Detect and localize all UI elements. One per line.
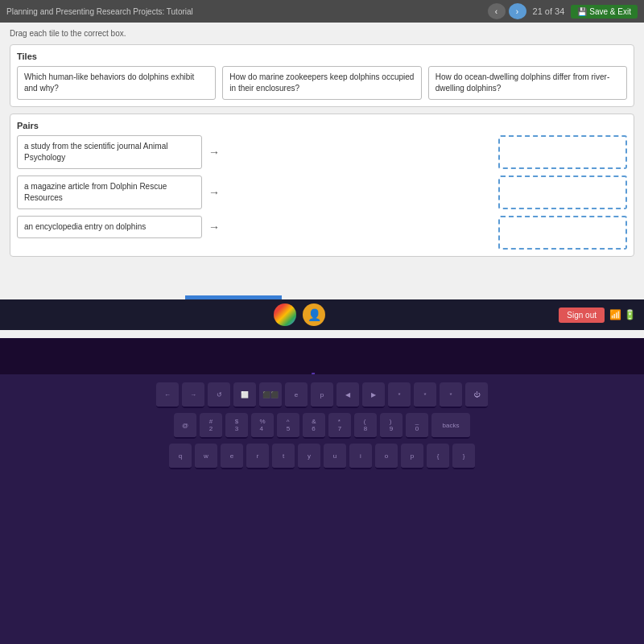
pair-row-3: an encyclopedia entry on dolphins → xyxy=(17,216,489,238)
pair-source-3[interactable]: an encyclopedia entry on dolphins xyxy=(17,216,202,238)
key-bracket-open[interactable]: { xyxy=(427,444,449,469)
drop-target-3[interactable] xyxy=(498,216,627,250)
pair-row-1: a study from the scientific journal Anim… xyxy=(17,135,489,169)
key-f2[interactable]: → xyxy=(182,382,204,408)
arrow-1: → xyxy=(208,146,220,159)
key-row-2: @ #2 $3 %4 ^5 &6 *7 (8 )9 _0 backs xyxy=(6,413,638,439)
profile-icon[interactable]: 👤 xyxy=(303,303,325,326)
tiles-section: Tiles Which human-like behaviors do dolp… xyxy=(10,44,634,107)
key-p[interactable]: p xyxy=(401,444,423,469)
content-area: Drag each tile to the correct box. Tiles… xyxy=(0,23,644,338)
battery-icon: 🔋 xyxy=(624,309,636,320)
key-8[interactable]: )9 xyxy=(380,413,402,439)
key-f9[interactable]: ▶ xyxy=(362,382,385,408)
sign-out-button[interactable]: Sign out xyxy=(559,308,605,323)
drop-target-2[interactable] xyxy=(498,175,627,209)
key-row-3: q w e r t y u i o p { } xyxy=(6,444,638,469)
key-w[interactable]: w xyxy=(195,444,217,469)
save-exit-button[interactable]: 💾 Save & Exit xyxy=(571,5,638,19)
key-tilde[interactable]: @ xyxy=(174,413,196,439)
tile-3[interactable]: How do ocean-dwelling dolphins differ fr… xyxy=(428,66,627,100)
key-f12[interactable]: * xyxy=(440,382,462,408)
tile-2[interactable]: How do marine zookeepers keep dolphins o… xyxy=(222,66,421,100)
pairs-label: Pairs xyxy=(17,121,627,130)
top-bar: Planning and Presenting Research Project… xyxy=(0,0,644,23)
key-q[interactable]: q xyxy=(169,444,192,469)
key-y[interactable]: y xyxy=(298,444,320,469)
taskbar-right: Sign out 📶 🔋 xyxy=(559,308,636,323)
key-6[interactable]: *7 xyxy=(328,413,351,439)
key-f5[interactable]: ⬛⬛ xyxy=(259,382,282,408)
status-icons: 📶 🔋 xyxy=(609,309,636,320)
key-r[interactable]: r xyxy=(246,444,269,469)
key-i[interactable]: i xyxy=(349,444,372,469)
key-f4[interactable]: ⬜ xyxy=(233,382,256,408)
tiles-row: Which human-like behaviors do dolphins e… xyxy=(17,66,627,100)
screen: Planning and Presenting Research Project… xyxy=(0,0,644,338)
key-power[interactable]: ⏻ xyxy=(465,382,488,408)
tile-1[interactable]: Which human-like behaviors do dolphins e… xyxy=(17,66,216,100)
key-o[interactable]: o xyxy=(375,444,398,469)
key-bracket-close[interactable]: } xyxy=(452,444,475,469)
chrome-icon[interactable] xyxy=(274,303,296,326)
key-f8[interactable]: ◀ xyxy=(336,382,359,408)
pairs-right xyxy=(498,135,627,250)
pairs-section: Pairs a study from the scientific journa… xyxy=(10,114,634,257)
key-4[interactable]: ^5 xyxy=(277,413,299,439)
pairs-left: a study from the scientific journal Anim… xyxy=(17,135,489,238)
prev-button[interactable]: ‹ xyxy=(488,3,506,19)
instruction-text: Drag each tile to the correct box. xyxy=(10,29,634,38)
next-button[interactable]: › xyxy=(509,3,526,19)
save-icon: 💾 xyxy=(577,7,587,16)
pair-row-2: a magazine article from Dolphin Rescue R… xyxy=(17,175,489,209)
key-f3[interactable]: ↺ xyxy=(208,382,230,408)
page-count: 21 of 34 xyxy=(533,6,565,16)
key-9[interactable]: _0 xyxy=(406,413,428,439)
pair-source-1[interactable]: a study from the scientific journal Anim… xyxy=(17,135,202,169)
taskbar-center: 👤 xyxy=(274,303,325,326)
key-1[interactable]: #2 xyxy=(200,413,222,439)
key-u[interactable]: u xyxy=(324,444,346,469)
taskbar: 👤 Sign out 📶 🔋 xyxy=(0,299,644,330)
arrow-2: → xyxy=(208,186,220,199)
pair-source-2[interactable]: a magazine article from Dolphin Rescue R… xyxy=(17,175,202,209)
key-row-1: ← → ↺ ⬜ ⬛⬛ e p ◀ ▶ * * * ⏻ xyxy=(6,382,638,408)
key-2[interactable]: $3 xyxy=(225,413,248,439)
pairs-content: a study from the scientific journal Anim… xyxy=(17,135,627,250)
key-esc[interactable]: ← xyxy=(156,382,179,408)
keyboard: ← → ↺ ⬜ ⬛⬛ e p ◀ ▶ * * * ⏻ @ #2 $3 %4 ^5… xyxy=(0,374,644,644)
key-f11[interactable]: * xyxy=(414,382,436,408)
drop-target-1[interactable] xyxy=(498,135,627,169)
arrow-3: → xyxy=(208,221,220,233)
key-backspace[interactable]: backs xyxy=(431,413,470,439)
key-f10[interactable]: * xyxy=(388,382,411,408)
nav-controls: ‹ › 21 of 34 💾 Save & Exit xyxy=(488,3,638,19)
wifi-icon: 📶 xyxy=(609,309,621,320)
key-t[interactable]: t xyxy=(272,444,295,469)
key-5[interactable]: &6 xyxy=(303,413,325,439)
tiles-label: Tiles xyxy=(17,52,627,61)
key-3[interactable]: %4 xyxy=(251,413,274,439)
tutorial-title: Planning and Presenting Research Project… xyxy=(6,7,488,16)
key-e[interactable]: e xyxy=(221,444,243,469)
key-f7[interactable]: p xyxy=(311,382,333,408)
key-7[interactable]: (8 xyxy=(354,413,377,439)
key-f6[interactable]: e xyxy=(285,382,308,408)
